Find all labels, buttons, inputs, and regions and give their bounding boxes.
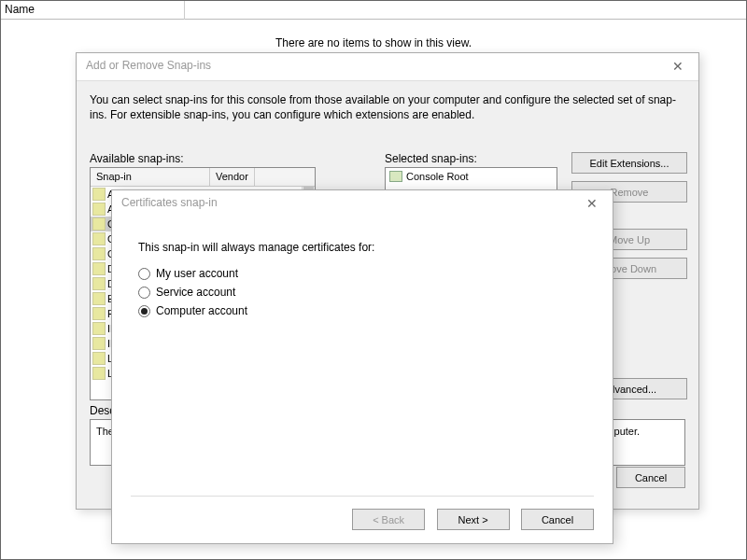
folder-icon — [389, 171, 402, 182]
radio-my-user-account[interactable]: My user account — [138, 267, 586, 280]
snapin-icon — [92, 322, 106, 335]
col-snapin[interactable]: Snap-in — [91, 168, 210, 186]
snapin-icon — [92, 203, 106, 216]
radio-icon — [138, 305, 150, 317]
cert-dialog-title: Certificates snap-in — [112, 190, 613, 215]
dialog-title: Add or Remove Snap-ins — [77, 53, 698, 77]
bg-column-header: Name — [1, 1, 746, 20]
radio-icon — [138, 268, 150, 280]
cancel-button[interactable]: Cancel — [521, 509, 594, 530]
cancel-button[interactable]: Cancel — [616, 467, 685, 488]
snapin-icon — [92, 217, 106, 231]
wizard-separator — [131, 496, 594, 497]
radio-service-account[interactable]: Service account — [138, 286, 586, 299]
edit-extensions-button[interactable]: Edit Extensions... — [571, 152, 687, 174]
snapin-icon — [92, 247, 106, 260]
bg-empty-message: There are no items to show in this view. — [1, 36, 746, 49]
snapin-icon — [92, 337, 106, 350]
snapin-icon — [92, 292, 106, 305]
close-icon[interactable]: ✕ — [579, 194, 605, 213]
console-root-label: Console Root — [406, 171, 469, 182]
available-label: Available snap-ins: — [90, 152, 316, 165]
snapin-icon — [92, 367, 106, 380]
snapin-icon — [92, 262, 106, 275]
close-icon[interactable]: ✕ — [665, 57, 691, 76]
bg-column-separator — [184, 1, 185, 20]
col-vendor[interactable]: Vendor — [210, 168, 255, 186]
next-button[interactable]: Next > — [437, 509, 510, 530]
console-root-item[interactable]: Console Root — [389, 171, 553, 182]
snapin-icon — [92, 232, 106, 245]
snapin-icon — [92, 307, 106, 320]
radio-label: Service account — [156, 286, 235, 299]
back-button[interactable]: < Back — [352, 509, 425, 530]
radio-icon — [138, 287, 150, 299]
available-list-header: Snap-in Vendor — [91, 168, 315, 187]
wizard-button-bar: < Back Next > Cancel — [345, 509, 594, 530]
dialog-bottom-bar: Cancel — [611, 467, 685, 496]
snapin-icon — [92, 277, 106, 290]
snapin-icon — [92, 352, 106, 365]
bg-column-name[interactable]: Name — [5, 3, 35, 16]
radio-label: Computer account — [156, 304, 247, 317]
snapin-icon — [92, 188, 106, 201]
certificates-snapin-dialog: Certificates snap-in ✕ This snap-in will… — [111, 189, 613, 544]
dialog-intro-text: You can select snap-ins for this console… — [90, 92, 685, 122]
cert-titlebar: Certificates snap-in ✕ — [112, 190, 613, 218]
radio-computer-account[interactable]: Computer account — [138, 304, 586, 317]
dialog-titlebar: Add or Remove Snap-ins ✕ — [77, 53, 698, 81]
radio-label: My user account — [156, 267, 238, 280]
cert-prompt: This snap-in will always manage certific… — [138, 241, 586, 254]
selected-label: Selected snap-ins: — [385, 152, 557, 165]
